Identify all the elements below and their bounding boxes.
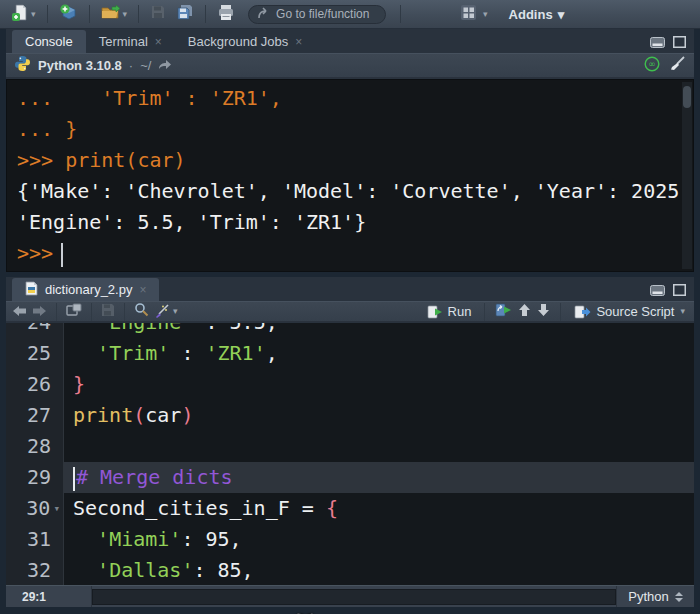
toolbar-separator xyxy=(400,5,401,23)
panes-caret-icon[interactable]: ▾ xyxy=(483,10,488,19)
horizontal-scrollbar[interactable] xyxy=(92,589,616,605)
console-line: 'Engine': 5.5, 'Trim': 'ZR1'} xyxy=(17,207,693,238)
new-file-icon xyxy=(11,3,29,26)
open-in-new-window-icon[interactable] xyxy=(66,303,82,321)
editor-tab-label: dictionary_2.py xyxy=(45,282,132,297)
run-label: Run xyxy=(448,304,472,319)
language-selector[interactable]: Python xyxy=(616,586,694,607)
line-number: 25 xyxy=(6,338,64,369)
toolbar-separator xyxy=(205,5,206,23)
line-number: 28 xyxy=(6,431,64,462)
console-line: >>> xyxy=(17,238,693,269)
source-script-button[interactable]: Source Script ▾ xyxy=(571,302,688,321)
language-spinner-icon[interactable] xyxy=(675,592,683,602)
console-tab-console[interactable]: Console xyxy=(12,30,86,53)
save-icon[interactable] xyxy=(101,303,115,321)
console-tab-terminal[interactable]: Terminal× xyxy=(86,30,175,53)
editor-status-bar: 29:1 Python xyxy=(6,585,694,607)
code-line-32: 32 'Dallas': 85, xyxy=(6,555,694,585)
new-project-button[interactable] xyxy=(56,1,81,28)
code-line-27: 27print(car) xyxy=(6,400,694,431)
new-file-caret-icon[interactable]: ▾ xyxy=(31,10,36,19)
editor-code[interactable]: 24 'Engine' : 5.5,25 'Trim' : 'ZR1',26}2… xyxy=(6,323,694,585)
maximize-panel-icon[interactable] xyxy=(673,34,686,52)
new-file-button[interactable]: ▾ xyxy=(8,1,39,28)
goto-placeholder: Go to file/function xyxy=(276,7,369,21)
console-working-dir[interactable]: ~/ xyxy=(140,58,151,73)
toolbar-separator xyxy=(56,303,57,321)
line-number: 27 xyxy=(6,400,64,431)
tab-close-icon[interactable]: × xyxy=(295,35,302,49)
code-tools-wand-icon[interactable]: ▾ xyxy=(154,304,178,319)
addins-menu[interactable]: Addins ▾ xyxy=(505,5,569,24)
toolbar-separator xyxy=(484,303,485,321)
python-logo-icon xyxy=(14,55,31,76)
console-tab-strip: ConsoleTerminal×Background Jobs× xyxy=(6,29,694,53)
save-all-button[interactable] xyxy=(173,2,197,27)
open-folder-icon xyxy=(101,4,121,25)
code-line-26: 26} xyxy=(6,369,694,400)
print-icon xyxy=(217,4,235,25)
console-runtime-label: Python 3.10.8 xyxy=(38,58,122,73)
editor-panel: dictionary_2.py × xyxy=(6,277,694,585)
session-status-icon: ∞ xyxy=(644,56,660,76)
rstudio-window: ▾ ▾ xyxy=(0,0,700,614)
rerun-previous-icon[interactable] xyxy=(495,303,512,321)
toolbar-separator xyxy=(124,303,125,321)
toolbar-separator xyxy=(91,303,92,321)
console-line: {'Make': 'Chevrolet', 'Model': 'Corvette… xyxy=(17,176,693,207)
save-all-icon xyxy=(176,4,194,25)
grid-icon xyxy=(460,4,477,25)
go-to-previous-section-icon[interactable] xyxy=(518,303,531,321)
editor-tab-dictionary-2[interactable]: dictionary_2.py × xyxy=(12,278,159,301)
new-project-icon xyxy=(59,3,78,26)
minimize-panel-icon[interactable] xyxy=(650,34,665,52)
toolbar-separator xyxy=(47,5,48,23)
back-arrow-icon[interactable] xyxy=(12,303,27,321)
console-output[interactable]: ... 'Trim' : 'ZR1',... }>>> print(car){'… xyxy=(6,79,694,272)
main-toolbar: ▾ ▾ xyxy=(0,0,700,29)
source-script-label: Source Script xyxy=(596,304,674,319)
go-to-next-section-icon[interactable] xyxy=(537,303,550,321)
code-line-31: 31 'Miami': 95, xyxy=(6,524,694,555)
show-directory-arrow-icon[interactable] xyxy=(158,57,172,75)
source-script-caret-icon[interactable]: ▾ xyxy=(680,307,685,316)
code-tools-caret-icon[interactable]: ▾ xyxy=(173,307,178,316)
code-line-30: 30▾Second_cities_in_F = { xyxy=(6,493,694,524)
console-header: Python 3.10.8 · ~/ ∞ xyxy=(6,53,694,78)
clear-console-broom-icon[interactable] xyxy=(669,56,686,76)
console-line: ... } xyxy=(17,114,693,145)
tab-close-icon[interactable]: × xyxy=(139,283,146,297)
tab-close-icon[interactable]: × xyxy=(155,35,162,49)
print-button[interactable] xyxy=(214,2,238,27)
panes-layout-button[interactable]: ▾ xyxy=(457,2,491,27)
console-scrollbar[interactable] xyxy=(682,82,692,269)
python-file-icon xyxy=(25,281,38,299)
minimize-panel-icon[interactable] xyxy=(650,282,665,300)
toolbar-separator xyxy=(89,5,90,23)
save-button[interactable] xyxy=(147,2,169,26)
goto-file-function-input[interactable]: Go to file/function xyxy=(248,5,386,24)
code-line-28: 28 xyxy=(6,431,694,462)
toolbar-separator xyxy=(560,303,561,321)
run-icon xyxy=(427,305,443,319)
forward-arrow-icon[interactable] xyxy=(32,303,47,321)
console-scrollbar-thumb[interactable] xyxy=(683,86,691,108)
code-line-29: 29# Merge dicts xyxy=(6,462,694,493)
open-file-caret-icon[interactable]: ▾ xyxy=(123,10,128,19)
code-line-24: 24 'Engine' : 5.5, xyxy=(6,323,694,338)
console-line: >>> print(car) xyxy=(17,145,693,176)
maximize-panel-icon[interactable] xyxy=(673,282,686,300)
language-label: Python xyxy=(628,589,668,604)
fold-arrow-icon[interactable]: ▾ xyxy=(53,493,60,524)
run-button[interactable]: Run xyxy=(424,302,475,321)
console-panel: ConsoleTerminal×Background Jobs× xyxy=(6,29,694,272)
editor-toolbar: ▾ Run xyxy=(6,301,694,322)
open-file-button[interactable]: ▾ xyxy=(98,2,131,27)
line-number: 31 xyxy=(6,524,64,555)
console-line: ... 'Trim' : 'ZR1', xyxy=(17,83,693,114)
toolbar-separator xyxy=(138,5,139,23)
line-number: 26 xyxy=(6,369,64,400)
find-replace-magnifier-icon[interactable] xyxy=(134,302,149,321)
console-tab-background-jobs[interactable]: Background Jobs× xyxy=(175,30,315,53)
